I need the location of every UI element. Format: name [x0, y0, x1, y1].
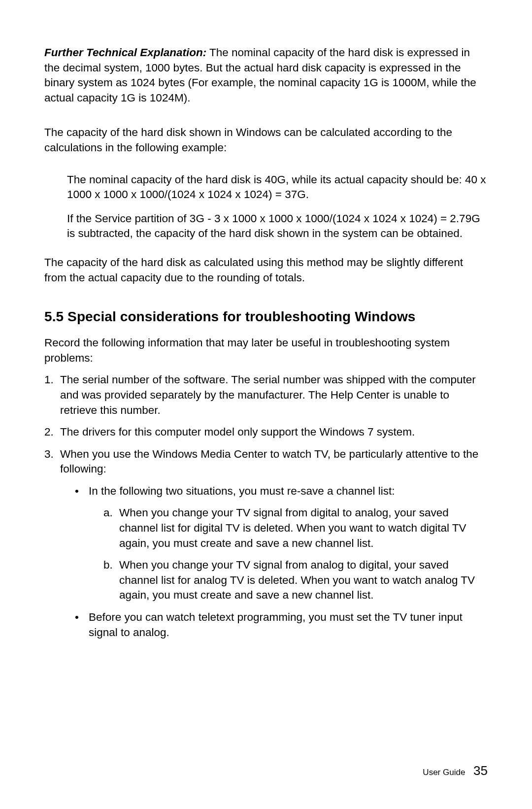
letter-item-text: When you change your TV signal from digi…	[119, 506, 466, 549]
list-item-1: 1. The serial number of the software. Th…	[44, 372, 488, 418]
list-marker: 1.	[44, 372, 54, 388]
page-footer: User Guide 35	[423, 763, 488, 778]
list-item-3: 3. When you use the Windows Media Center…	[44, 447, 488, 640]
lettered-list: a. When you change your TV signal from d…	[103, 506, 488, 603]
paragraph-capacity-windows: The capacity of the hard disk shown in W…	[44, 125, 488, 155]
letter-item-b: b. When you change your TV signal from a…	[103, 558, 488, 603]
bullet-item-1: • In the following two situations, you m…	[75, 484, 488, 603]
letter-item-text: When you change your TV signal from anal…	[119, 559, 475, 601]
bulleted-list: • In the following two situations, you m…	[75, 484, 488, 640]
list-item-text: The drivers for this computer model only…	[60, 426, 415, 438]
bullet-icon: •	[75, 484, 79, 499]
section-heading-5-5: 5.5 Special considerations for troublesh…	[44, 309, 488, 325]
paragraph-record-info: Record the following information that ma…	[44, 336, 488, 366]
list-marker: 2.	[44, 425, 54, 440]
example-line-2: If the Service partition of 3G - 3 x 100…	[67, 211, 488, 241]
letter-item-a: a. When you change your TV signal from d…	[103, 506, 488, 551]
list-item-text: The serial number of the software. The s…	[60, 373, 476, 416]
list-marker: 3.	[44, 447, 54, 462]
page-number: 35	[473, 763, 488, 778]
footer-label: User Guide	[423, 768, 465, 777]
document-page: Further Technical Explanation: The nomin…	[0, 0, 532, 809]
bullet-icon: •	[75, 610, 79, 625]
example-block: The nominal capacity of the hard disk is…	[67, 172, 488, 241]
numbered-list: 1. The serial number of the software. Th…	[44, 372, 488, 640]
list-item-2: 2. The drivers for this computer model o…	[44, 425, 488, 440]
example-line-1: The nominal capacity of the hard disk is…	[67, 172, 488, 202]
bullet-item-text: Before you can watch teletext programmin…	[89, 611, 463, 639]
letter-marker: b.	[103, 558, 113, 573]
paragraph-rounding-note: The capacity of the hard disk as calcula…	[44, 255, 488, 285]
list-item-text: When you use the Windows Media Center to…	[60, 448, 478, 475]
inline-heading-further-technical: Further Technical Explanation:	[44, 46, 206, 59]
bullet-item-2: • Before you can watch teletext programm…	[75, 610, 488, 640]
letter-marker: a.	[103, 506, 113, 521]
paragraph-technical-explanation: Further Technical Explanation: The nomin…	[44, 45, 488, 105]
bullet-item-text: In the following two situations, you mus…	[89, 485, 395, 497]
